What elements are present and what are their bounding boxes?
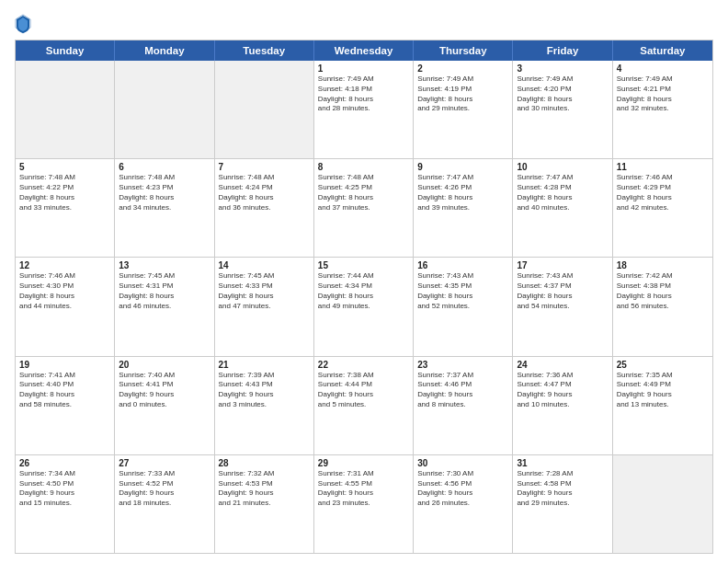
day-info-15: Sunrise: 7:44 AM Sunset: 4:34 PM Dayligh… xyxy=(318,271,409,311)
day-number-26: 26 xyxy=(19,458,110,468)
day-info-18: Sunrise: 7:42 AM Sunset: 4:38 PM Dayligh… xyxy=(617,271,709,311)
day-cell-6: 6Sunrise: 7:48 AM Sunset: 4:23 PM Daylig… xyxy=(115,159,214,257)
day-number-7: 7 xyxy=(219,162,310,172)
day-cell-25: 25Sunrise: 7:35 AM Sunset: 4:49 PM Dayli… xyxy=(613,357,712,454)
day-number-16: 16 xyxy=(417,260,508,270)
day-cell-4: 4Sunrise: 7:49 AM Sunset: 4:21 PM Daylig… xyxy=(613,61,712,158)
day-number-31: 31 xyxy=(517,458,608,468)
calendar-body: 1Sunrise: 7:49 AM Sunset: 4:18 PM Daylig… xyxy=(16,61,712,553)
calendar-row-1: 5Sunrise: 7:48 AM Sunset: 4:22 PM Daylig… xyxy=(16,159,712,258)
day-info-6: Sunrise: 7:48 AM Sunset: 4:23 PM Dayligh… xyxy=(119,173,210,213)
day-info-27: Sunrise: 7:33 AM Sunset: 4:52 PM Dayligh… xyxy=(119,469,210,509)
day-cell-20: 20Sunrise: 7:40 AM Sunset: 4:41 PM Dayli… xyxy=(115,357,214,454)
day-number-25: 25 xyxy=(617,360,709,370)
day-cell-22: 22Sunrise: 7:38 AM Sunset: 4:44 PM Dayli… xyxy=(314,357,414,454)
day-number-20: 20 xyxy=(119,360,210,370)
calendar-row-2: 12Sunrise: 7:46 AM Sunset: 4:30 PM Dayli… xyxy=(16,258,712,356)
day-cell-10: 10Sunrise: 7:47 AM Sunset: 4:28 PM Dayli… xyxy=(513,159,612,257)
page: SundayMondayTuesdayWednesdayThursdayFrid… xyxy=(0,0,728,563)
calendar-row-0: 1Sunrise: 7:49 AM Sunset: 4:18 PM Daylig… xyxy=(16,61,712,159)
day-number-30: 30 xyxy=(417,458,508,468)
day-cell-26: 26Sunrise: 7:34 AM Sunset: 4:50 PM Dayli… xyxy=(16,455,115,553)
day-info-24: Sunrise: 7:36 AM Sunset: 4:47 PM Dayligh… xyxy=(517,371,608,410)
day-info-31: Sunrise: 7:28 AM Sunset: 4:58 PM Dayligh… xyxy=(517,469,608,509)
day-cell-3: 3Sunrise: 7:49 AM Sunset: 4:20 PM Daylig… xyxy=(513,61,612,158)
day-cell-27: 27Sunrise: 7:33 AM Sunset: 4:52 PM Dayli… xyxy=(115,455,214,553)
day-cell-1: 1Sunrise: 7:49 AM Sunset: 4:18 PM Daylig… xyxy=(314,61,414,158)
day-cell-18: 18Sunrise: 7:42 AM Sunset: 4:38 PM Dayli… xyxy=(613,258,712,355)
day-info-16: Sunrise: 7:43 AM Sunset: 4:35 PM Dayligh… xyxy=(417,271,508,311)
day-cell-2: 2Sunrise: 7:49 AM Sunset: 4:19 PM Daylig… xyxy=(414,61,513,158)
weekday-header-wednesday: Wednesday xyxy=(314,40,414,61)
day-cell-24: 24Sunrise: 7:36 AM Sunset: 4:47 PM Dayli… xyxy=(513,357,612,454)
weekday-header-monday: Monday xyxy=(115,40,214,61)
empty-cell-4-6 xyxy=(613,455,712,553)
day-info-1: Sunrise: 7:49 AM Sunset: 4:18 PM Dayligh… xyxy=(318,75,409,114)
empty-cell-0-2 xyxy=(215,61,314,158)
day-info-29: Sunrise: 7:31 AM Sunset: 4:55 PM Dayligh… xyxy=(318,469,409,509)
day-cell-29: 29Sunrise: 7:31 AM Sunset: 4:55 PM Dayli… xyxy=(314,455,414,553)
day-cell-9: 9Sunrise: 7:47 AM Sunset: 4:26 PM Daylig… xyxy=(414,159,513,257)
day-number-12: 12 xyxy=(19,260,110,270)
weekday-header-friday: Friday xyxy=(513,40,612,61)
day-number-3: 3 xyxy=(517,63,608,74)
day-info-13: Sunrise: 7:45 AM Sunset: 4:31 PM Dayligh… xyxy=(119,271,210,311)
weekday-header-tuesday: Tuesday xyxy=(215,40,314,61)
day-number-24: 24 xyxy=(517,360,608,370)
day-number-9: 9 xyxy=(417,162,508,172)
day-cell-16: 16Sunrise: 7:43 AM Sunset: 4:35 PM Dayli… xyxy=(414,258,513,355)
day-cell-12: 12Sunrise: 7:46 AM Sunset: 4:30 PM Dayli… xyxy=(16,258,115,355)
day-info-3: Sunrise: 7:49 AM Sunset: 4:20 PM Dayligh… xyxy=(517,75,608,114)
day-info-12: Sunrise: 7:46 AM Sunset: 4:30 PM Dayligh… xyxy=(19,271,110,311)
day-cell-30: 30Sunrise: 7:30 AM Sunset: 4:56 PM Dayli… xyxy=(414,455,513,553)
empty-cell-0-1 xyxy=(115,61,214,158)
day-number-27: 27 xyxy=(119,458,210,468)
calendar-header-row: SundayMondayTuesdayWednesdayThursdayFrid… xyxy=(16,40,712,61)
day-number-21: 21 xyxy=(219,360,310,370)
day-number-13: 13 xyxy=(119,260,210,270)
day-number-10: 10 xyxy=(517,162,608,172)
day-cell-15: 15Sunrise: 7:44 AM Sunset: 4:34 PM Dayli… xyxy=(314,258,414,355)
day-number-11: 11 xyxy=(617,162,709,172)
day-number-1: 1 xyxy=(318,63,409,74)
day-cell-17: 17Sunrise: 7:43 AM Sunset: 4:37 PM Dayli… xyxy=(513,258,612,355)
day-number-15: 15 xyxy=(318,260,409,270)
day-number-6: 6 xyxy=(119,162,210,172)
day-number-18: 18 xyxy=(617,260,709,270)
day-info-5: Sunrise: 7:48 AM Sunset: 4:22 PM Dayligh… xyxy=(19,173,110,213)
day-info-20: Sunrise: 7:40 AM Sunset: 4:41 PM Dayligh… xyxy=(119,371,210,410)
day-cell-8: 8Sunrise: 7:48 AM Sunset: 4:25 PM Daylig… xyxy=(314,159,414,257)
day-info-7: Sunrise: 7:48 AM Sunset: 4:24 PM Dayligh… xyxy=(219,173,310,213)
day-number-29: 29 xyxy=(318,458,409,468)
day-cell-21: 21Sunrise: 7:39 AM Sunset: 4:43 PM Dayli… xyxy=(215,357,314,454)
day-number-5: 5 xyxy=(19,162,110,172)
day-number-17: 17 xyxy=(517,260,608,270)
day-cell-31: 31Sunrise: 7:28 AM Sunset: 4:58 PM Dayli… xyxy=(513,455,612,553)
day-info-25: Sunrise: 7:35 AM Sunset: 4:49 PM Dayligh… xyxy=(617,371,709,410)
day-cell-19: 19Sunrise: 7:41 AM Sunset: 4:40 PM Dayli… xyxy=(16,357,115,454)
day-info-26: Sunrise: 7:34 AM Sunset: 4:50 PM Dayligh… xyxy=(19,469,110,509)
day-info-8: Sunrise: 7:48 AM Sunset: 4:25 PM Dayligh… xyxy=(318,173,409,213)
logo-icon xyxy=(15,14,31,34)
header xyxy=(15,13,713,34)
day-info-22: Sunrise: 7:38 AM Sunset: 4:44 PM Dayligh… xyxy=(318,371,409,410)
day-info-19: Sunrise: 7:41 AM Sunset: 4:40 PM Dayligh… xyxy=(19,371,110,410)
day-info-11: Sunrise: 7:46 AM Sunset: 4:29 PM Dayligh… xyxy=(617,173,709,213)
weekday-header-thursday: Thursday xyxy=(414,40,513,61)
day-cell-7: 7Sunrise: 7:48 AM Sunset: 4:24 PM Daylig… xyxy=(215,159,314,257)
day-info-4: Sunrise: 7:49 AM Sunset: 4:21 PM Dayligh… xyxy=(617,75,709,114)
day-cell-11: 11Sunrise: 7:46 AM Sunset: 4:29 PM Dayli… xyxy=(613,159,712,257)
day-number-22: 22 xyxy=(318,360,409,370)
calendar-row-4: 26Sunrise: 7:34 AM Sunset: 4:50 PM Dayli… xyxy=(16,455,712,553)
empty-cell-0-0 xyxy=(16,61,115,158)
day-info-28: Sunrise: 7:32 AM Sunset: 4:53 PM Dayligh… xyxy=(219,469,310,509)
day-number-14: 14 xyxy=(219,260,310,270)
day-number-4: 4 xyxy=(617,63,709,74)
calendar: SundayMondayTuesdayWednesdayThursdayFrid… xyxy=(15,40,713,554)
day-number-2: 2 xyxy=(417,63,508,74)
day-cell-28: 28Sunrise: 7:32 AM Sunset: 4:53 PM Dayli… xyxy=(215,455,314,553)
logo xyxy=(15,13,33,34)
day-cell-13: 13Sunrise: 7:45 AM Sunset: 4:31 PM Dayli… xyxy=(115,258,214,355)
weekday-header-saturday: Saturday xyxy=(613,40,712,61)
day-info-30: Sunrise: 7:30 AM Sunset: 4:56 PM Dayligh… xyxy=(417,469,508,509)
